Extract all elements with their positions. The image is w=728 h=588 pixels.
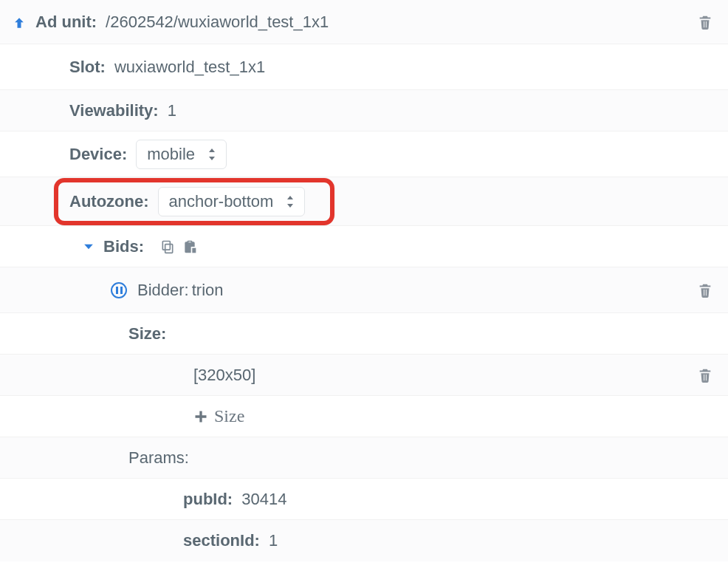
viewability-label: Viewability:	[69, 101, 159, 120]
adunit-value: /2602542/wuxiaworld_test_1x1	[106, 13, 329, 32]
pause-icon[interactable]	[111, 282, 127, 298]
row-bidder: Bidder: trion	[0, 267, 728, 313]
updown-icon	[286, 196, 294, 208]
slot-value: wuxiaworld_test_1x1	[114, 58, 265, 77]
row-params-label: Params:	[0, 437, 728, 479]
slot-label: Slot:	[69, 58, 106, 77]
config-tree: Ad unit: /2602542/wuxiaworld_test_1x1 Sl…	[0, 0, 728, 588]
size-value: [320x50]	[193, 366, 255, 385]
sectionid-value: 1	[269, 531, 278, 550]
pubid-label: pubId:	[183, 490, 233, 509]
size-label: Size:	[128, 324, 166, 343]
delete-size-icon[interactable]	[697, 367, 713, 383]
autozone-select[interactable]: anchor-bottom	[158, 187, 306, 216]
row-autozone: Autozone: anchor-bottom	[0, 177, 728, 226]
device-select-value: mobile	[147, 145, 195, 164]
pubid-value: 30414	[241, 490, 286, 509]
params-label: Params:	[128, 448, 189, 468]
autozone-label: Autozone:	[69, 192, 149, 211]
delete-adunit-icon[interactable]	[697, 14, 713, 30]
row-adunit: Ad unit: /2602542/wuxiaworld_test_1x1	[0, 0, 728, 44]
sectionid-label: sectionId:	[183, 531, 260, 550]
bidder-value: trion	[192, 281, 224, 300]
row-sectionid: sectionId: 1	[0, 520, 728, 561]
row-bids: Bids:	[0, 226, 728, 267]
bidder-label: Bidder:	[137, 281, 189, 300]
adunit-label: Ad unit:	[35, 13, 97, 32]
chevron-down-icon[interactable]	[81, 239, 96, 254]
arrow-up-icon[interactable]	[12, 16, 25, 29]
row-add-size[interactable]: Size	[0, 396, 728, 437]
row-pubid: pubId: 30414	[0, 479, 728, 520]
paste-icon[interactable]	[182, 239, 197, 254]
row-viewability: Viewability: 1	[0, 90, 728, 131]
autozone-select-value: anchor-bottom	[169, 192, 274, 211]
row-slot: Slot: wuxiaworld_test_1x1	[0, 44, 728, 90]
device-label: Device:	[69, 145, 127, 164]
bids-label: Bids:	[103, 237, 144, 256]
add-size-label: Size	[214, 406, 244, 426]
delete-bidder-icon[interactable]	[697, 282, 713, 298]
row-size-label: Size:	[0, 313, 728, 355]
svg-rect-1	[162, 241, 170, 250]
copy-icon[interactable]	[160, 239, 175, 254]
svg-rect-0	[165, 244, 173, 253]
viewability-value: 1	[168, 101, 176, 120]
plus-icon	[193, 409, 208, 424]
row-device: Device: mobile	[0, 131, 728, 177]
row-size-value: [320x50]	[0, 355, 728, 396]
updown-icon	[208, 148, 216, 160]
device-select[interactable]: mobile	[136, 140, 227, 169]
